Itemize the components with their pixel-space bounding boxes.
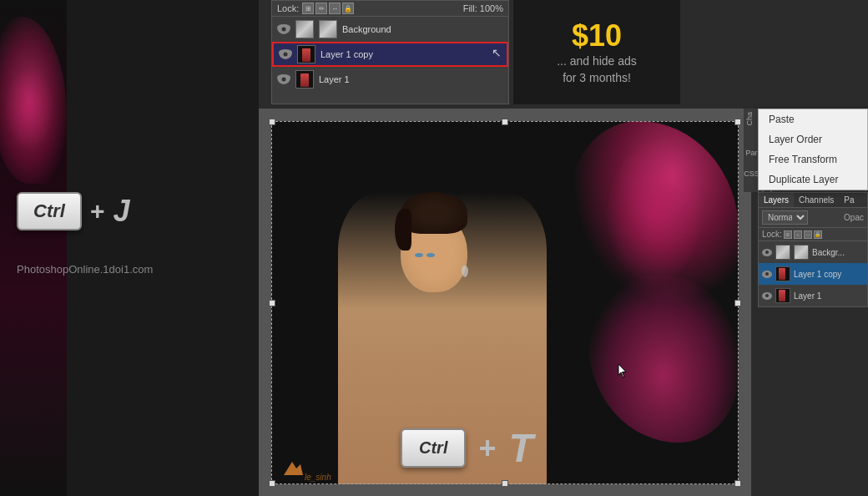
left-panel (0, 0, 259, 496)
thumb-layer-copy (297, 45, 315, 63)
layer-copy-name: Layer 1 copy (320, 49, 373, 59)
handle-tl[interactable] (269, 119, 275, 125)
context-menu: Paste Layer Order Free Transform Duplica… (758, 109, 868, 190)
website-label: PhotoshopOnline.1doi1.com (17, 263, 153, 276)
css-panel: CSS (743, 163, 760, 184)
lock-icons: ⊞ ✏ ↔ 🔒 (302, 3, 354, 14)
lock-label: Lock: (277, 3, 299, 13)
handle-tc[interactable] (502, 119, 508, 125)
right-layer-1[interactable]: Layer 1 (759, 285, 867, 306)
lock-bar: Lock: ⊞ ✏ ↔ 🔒 Fill: 100% (272, 1, 508, 17)
ad-text: ... and hide adsfor 3 months! (557, 53, 637, 86)
blend-row: Normal Multiply Screen Opac (759, 208, 867, 228)
ctrl-key-bottom: Ctrl (401, 428, 466, 468)
opacity-label: Opac (844, 213, 864, 222)
context-paste[interactable]: Paste (759, 109, 867, 129)
layer1-name: Layer 1 (319, 74, 350, 84)
r-layer1-name: Layer 1 (794, 291, 821, 301)
context-layer-order[interactable]: Layer Order (759, 129, 867, 149)
thumb-bg (295, 20, 314, 38)
r-thumb-bg2 (794, 245, 809, 260)
blend-mode-select[interactable]: Normal Multiply Screen (762, 210, 808, 225)
lock-icon-3[interactable]: ↔ (329, 3, 341, 14)
r-eye-copy[interactable] (762, 271, 772, 278)
layer-bg-name: Background (342, 24, 391, 34)
ctrl-key-tl: Ctrl (17, 192, 82, 230)
ad-price: $10 (572, 18, 622, 53)
lock-icon-2[interactable]: ✏ (315, 3, 327, 14)
fill-label: Fill: 100% (463, 3, 503, 13)
plus-bottom: + (478, 431, 496, 466)
handle-tr[interactable] (734, 119, 741, 125)
handle-bc[interactable] (502, 480, 508, 487)
context-duplicate-layer[interactable]: Duplicate Layer (759, 170, 867, 190)
r-thumb-layer1 (775, 288, 790, 303)
lock-icon-4[interactable]: 🔒 (342, 3, 354, 14)
eye-icon-layer1[interactable] (277, 74, 290, 84)
right-layer-bg[interactable]: Backgr... (759, 241, 867, 263)
plus-tl: + (90, 197, 105, 225)
layers-tabs: Layers Channels Pa (759, 193, 867, 208)
thumb-bg2 (319, 20, 337, 38)
right-lock-label: Lock: (762, 230, 782, 239)
cha-label: Cha (744, 109, 755, 129)
r-eye-layer1[interactable] (762, 292, 772, 300)
handle-mr[interactable] (734, 300, 741, 306)
eye-icon-copy[interactable] (279, 49, 292, 59)
cursor-icon: ↖ (492, 46, 502, 59)
tab-channels[interactable]: Channels (794, 193, 839, 207)
keyboard-shortcut-tl: Ctrl + J (17, 192, 129, 230)
eye-icon-bg[interactable] (277, 24, 290, 34)
par-label: Par (745, 149, 757, 157)
thumb-layer1 (295, 70, 314, 89)
j-key: J (113, 194, 129, 229)
right-lock-icon-1[interactable]: ⊞ (784, 230, 792, 239)
right-layer-1-copy[interactable]: Layer 1 copy (759, 263, 867, 285)
handle-ml[interactable] (269, 300, 275, 306)
css-label: CSS (744, 170, 760, 178)
right-lock-icon-4[interactable]: 🔒 (814, 230, 822, 239)
r-layer-bg-name: Backgr... (812, 248, 845, 257)
par-panel: Par (743, 142, 760, 163)
handle-bl[interactable] (269, 480, 275, 487)
context-free-transform[interactable]: Free Transform (759, 149, 867, 170)
r-thumb-copy (775, 266, 790, 281)
lock-row-right: Lock: ⊞ + ↔ 🔒 (759, 228, 867, 241)
tab-pa[interactable]: Pa (839, 193, 859, 207)
lock-icon-1[interactable]: ⊞ (302, 3, 314, 14)
cursor (618, 363, 628, 378)
top-layer-1[interactable]: Layer 1 (272, 67, 508, 92)
r-eye-bg[interactable] (762, 249, 772, 256)
keyboard-shortcut-bottom: Ctrl + T (401, 425, 533, 471)
handle-br[interactable] (734, 480, 741, 487)
right-lock-icon-3[interactable]: ↔ (804, 230, 812, 239)
r-layer-copy-name: Layer 1 copy (794, 270, 841, 279)
t-key: T (508, 425, 532, 471)
top-layer-1-copy[interactable]: Layer 1 copy ↖ (272, 42, 508, 67)
tab-layers[interactable]: Layers (759, 193, 794, 207)
right-layers-panel: Layers Channels Pa Normal Multiply Scree… (758, 192, 868, 307)
r-thumb-bg1 (775, 245, 790, 260)
top-layer-background[interactable]: Background (272, 17, 508, 42)
ad-panel: $10 ... and hide adsfor 3 months! (513, 0, 680, 104)
top-layers-panel: Lock: ⊞ ✏ ↔ 🔒 Fill: 100% Background Laye… (271, 0, 509, 104)
right-lock-icon-2[interactable]: + (794, 230, 802, 239)
